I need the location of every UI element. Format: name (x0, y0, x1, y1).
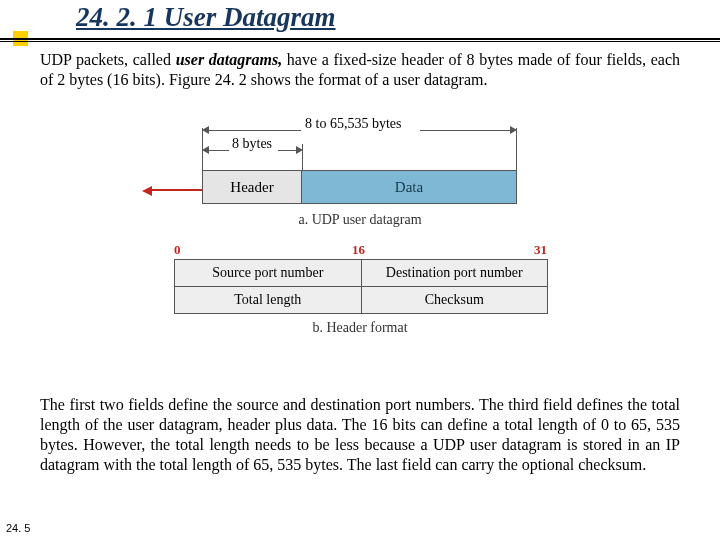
arrowhead (296, 146, 303, 154)
range-total-label: 8 to 65,535 bytes (305, 116, 401, 132)
bit-16: 16 (352, 242, 365, 258)
arrowhead (202, 146, 209, 154)
datagram-boxes: Header Data (160, 170, 560, 206)
intro-text-pre: UDP packets, called (40, 51, 176, 68)
arrowhead (202, 126, 209, 134)
body-paragraph: The first two fields define the source a… (40, 395, 680, 475)
caption-b: b. Header format (160, 320, 560, 336)
field-dst: Destination port number (362, 259, 549, 287)
field-chk: Checksum (362, 287, 549, 314)
intro-text-emph: user datagrams, (176, 51, 282, 68)
header-format-table: Source port number Destination port numb… (174, 259, 548, 314)
tick (516, 128, 517, 170)
line (209, 150, 229, 151)
bit-31: 31 (534, 242, 547, 258)
range-header-label: 8 bytes (232, 136, 272, 152)
page-number: 24. 5 (6, 522, 30, 534)
red-arrow-shaft (152, 189, 202, 191)
horizontal-rule (0, 38, 720, 40)
header-box: Header (202, 170, 302, 204)
red-arrow-head (142, 186, 152, 196)
bit-labels: 0 16 31 (160, 242, 560, 258)
line (420, 130, 510, 131)
line (209, 130, 301, 131)
line (278, 150, 296, 151)
caption-a: a. UDP user datagram (160, 212, 560, 228)
field-len: Total length (174, 287, 362, 314)
intro-paragraph: UDP packets, called user datagrams, have… (40, 50, 680, 90)
udp-diagram: 8 to 65,535 bytes 8 bytes Header Data a.… (160, 120, 560, 336)
range-brackets: 8 to 65,535 bytes 8 bytes (160, 120, 560, 170)
arrowhead (510, 126, 517, 134)
page-title: 24. 2. 1 User Datagram (76, 2, 336, 33)
field-src: Source port number (174, 259, 362, 287)
data-box: Data (301, 170, 517, 204)
bit-0: 0 (174, 242, 181, 258)
